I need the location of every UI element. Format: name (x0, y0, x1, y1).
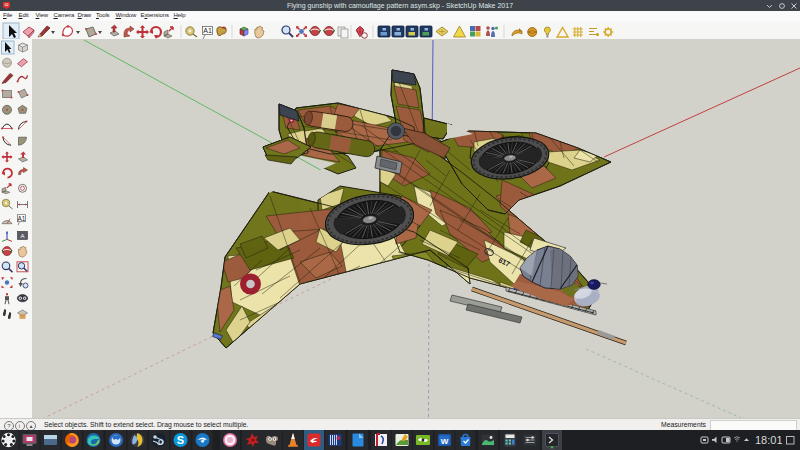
svg-text:A: A (20, 233, 24, 239)
svg-text:A1: A1 (203, 27, 212, 34)
svg-text:W: W (441, 437, 449, 446)
svg-text:A1: A1 (18, 215, 26, 222)
svg-text:18:01: 18:01 (755, 434, 783, 446)
svg-text:S: S (177, 434, 184, 446)
